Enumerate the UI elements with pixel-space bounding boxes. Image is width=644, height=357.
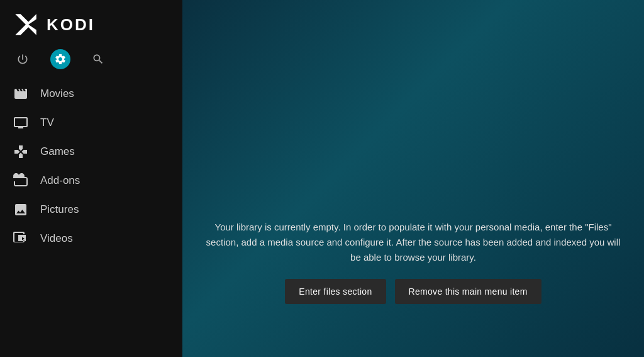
sidebar-item-tv[interactable]: TV (0, 108, 182, 137)
action-buttons: Enter files section Remove this main men… (201, 279, 625, 304)
sidebar-item-pictures-label: Pictures (40, 203, 79, 216)
sidebar-item-games-label: Games (40, 145, 75, 158)
library-message: Your library is currently empty. In orde… (201, 220, 625, 265)
sidebar-item-movies-label: Movies (40, 88, 74, 100)
sidebar-item-videos[interactable]: Videos (0, 224, 182, 253)
videos-icon (13, 230, 29, 247)
addons-icon (13, 173, 29, 189)
sidebar-item-pictures[interactable]: Pictures (0, 195, 182, 224)
app-title: KODI (47, 15, 95, 35)
games-icon (13, 144, 29, 160)
sidebar-item-addons[interactable]: Add-ons (0, 166, 182, 195)
power-icon[interactable] (13, 49, 33, 69)
pictures-icon (13, 201, 29, 218)
remove-menu-item-button[interactable]: Remove this main menu item (395, 279, 541, 304)
enter-files-button[interactable]: Enter files section (285, 279, 386, 304)
sidebar-item-addons-label: Add-ons (40, 174, 80, 187)
sidebar-item-videos-label: Videos (40, 232, 73, 245)
sidebar-item-games[interactable]: Games (0, 137, 182, 166)
tv-icon (13, 115, 29, 131)
settings-icon[interactable] (50, 49, 70, 69)
sidebar-header: KODI (0, 0, 182, 47)
search-icon[interactable] (88, 49, 108, 69)
movies-icon (13, 86, 29, 102)
sidebar: KODI Movies TV Games (0, 0, 182, 357)
svg-marker-0 (15, 14, 36, 35)
top-icons-row (0, 47, 182, 79)
kodi-logo-icon (13, 11, 39, 38)
sidebar-item-tv-label: TV (40, 116, 54, 129)
main-text-area: Your library is currently empty. In orde… (182, 207, 644, 319)
sidebar-item-movies[interactable]: Movies (0, 79, 182, 108)
main-content: Your library is currently empty. In orde… (182, 0, 644, 357)
